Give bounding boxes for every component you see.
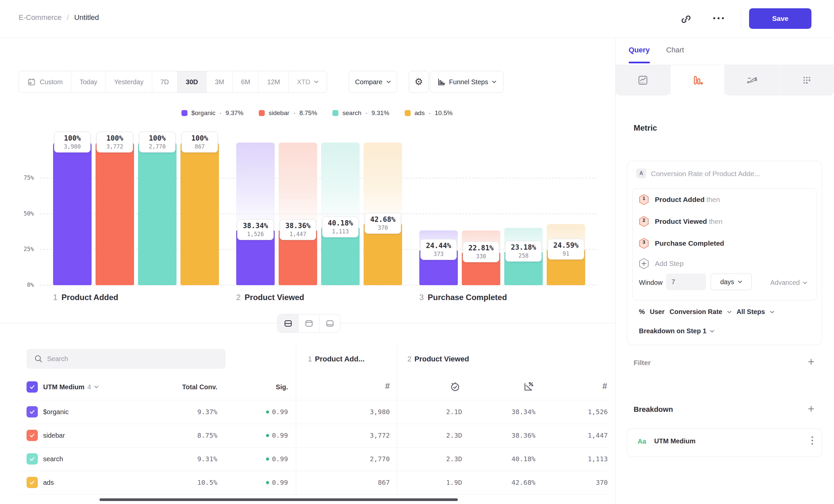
legend-item[interactable]: sidebar·8.75%	[259, 109, 317, 117]
y-axis-tick: 50%	[13, 210, 34, 217]
step-1-badge: 1	[639, 194, 649, 205]
funnel-bar[interactable]	[95, 143, 134, 285]
insights-icon	[638, 75, 648, 86]
table-row[interactable]: ads 10.5% 0.99 867 1.9D 42.68% 370	[0, 471, 615, 495]
row-checkbox[interactable]	[26, 477, 38, 488]
tab-query[interactable]: Query	[629, 46, 650, 54]
funnel-icon	[692, 75, 703, 86]
row-checkbox[interactable]	[26, 406, 38, 417]
window-value-input[interactable]	[666, 274, 706, 290]
table-row[interactable]: search 9.31% 0.99 2,770 2.3D 40.18% 1,11…	[0, 447, 615, 471]
add-step-hexagon-plus-icon[interactable]	[639, 258, 649, 269]
range-today[interactable]: Today	[71, 71, 106, 92]
more-options-icon[interactable]	[713, 17, 724, 19]
bar-value-label: 23.18%258	[505, 241, 542, 261]
range-yesterday[interactable]: Yesterday	[106, 71, 152, 92]
bar-value-label: 38.36%1,447	[280, 219, 316, 240]
add-step-button[interactable]: Add Step	[655, 260, 683, 268]
chart-view-button[interactable]	[299, 314, 320, 332]
row-checkbox[interactable]	[26, 453, 38, 464]
row-checkbox[interactable]	[26, 430, 38, 441]
chart-type-button[interactable]: Funnel Steps	[430, 71, 504, 93]
add-breakdown-plus-icon[interactable]	[807, 405, 815, 413]
search-box	[26, 349, 225, 369]
counting-method[interactable]: User	[650, 308, 664, 316]
range-xtd[interactable]: XTD	[289, 71, 327, 92]
add-filter-plus-icon[interactable]	[807, 358, 815, 366]
advanced-toggle[interactable]: Advanced	[770, 279, 807, 287]
panel-divider	[615, 38, 616, 504]
avg-time-icon[interactable]	[450, 381, 460, 392]
conversion-rate-icon[interactable]	[523, 381, 534, 392]
top-panel-view-icon	[305, 319, 313, 328]
filter-section-title: Filter	[634, 359, 651, 367]
funnel-bar[interactable]	[138, 143, 176, 285]
step-label-3[interactable]: 3Purchase Completed	[419, 293, 507, 302]
range-30d-selected[interactable]: 30D	[177, 71, 207, 92]
tab-retention[interactable]	[780, 65, 834, 95]
range-12m[interactable]: 12M	[259, 71, 289, 92]
text-type-icon: Aa	[638, 438, 646, 445]
metric-title[interactable]: Conversion Rate of Product Adde...	[651, 170, 760, 178]
date-range-segmented-control: Custom Today Yesterday 7D 30D 3M 6M 12M …	[19, 71, 327, 93]
sig-header[interactable]: Sig.	[238, 383, 288, 391]
table-view-button[interactable]	[320, 314, 340, 332]
funnel-step-row[interactable]: Product Viewed then	[655, 217, 723, 226]
kebab-menu-icon[interactable]	[811, 436, 813, 445]
sig-dot	[266, 434, 269, 437]
chart-legend: $organic·9.37% sidebar·8.75% search·9.31…	[19, 109, 615, 117]
header-border	[0, 38, 834, 38]
split-view-button[interactable]	[278, 314, 299, 332]
y-axis-tick: 75%	[13, 175, 34, 181]
tab-flows[interactable]	[725, 65, 779, 95]
table-step-col-2: 2Product Viewed	[408, 355, 469, 363]
tab-funnels-active[interactable]	[670, 65, 725, 95]
chevron-down-icon	[492, 81, 496, 83]
funnel-step-row[interactable]: Product Added then	[655, 196, 720, 204]
funnel-chart-icon	[437, 78, 445, 86]
window-unit-select[interactable]: days	[710, 274, 752, 290]
compare-button[interactable]: Compare	[349, 71, 397, 93]
search-input[interactable]	[26, 349, 225, 369]
chevron-down-icon	[738, 280, 742, 283]
breadcrumb-section[interactable]: E-Commerce	[19, 13, 62, 22]
tab-insights[interactable]	[616, 65, 670, 95]
funnel-bar[interactable]	[180, 143, 219, 285]
funnel-bar[interactable]	[53, 143, 92, 285]
hash-icon[interactable]: #	[380, 381, 390, 391]
report-title[interactable]: Untitled	[74, 13, 99, 22]
split-view-icon	[284, 319, 292, 328]
step-label-1[interactable]: 1Product Added	[53, 293, 118, 302]
chart-settings-button[interactable]: ⚙	[409, 71, 429, 93]
bar-value-label: 40.18%1,113	[322, 216, 359, 237]
calendar-icon	[27, 77, 36, 86]
save-button[interactable]: Save	[749, 8, 811, 29]
tab-chart[interactable]: Chart	[666, 46, 684, 54]
measure-scope-select[interactable]: All Steps	[737, 308, 765, 316]
group-column-header[interactable]: UTM Medium 4	[43, 381, 98, 393]
breakdown-property[interactable]: UTM Medium	[654, 437, 695, 445]
legend-item[interactable]: ads·10.5%	[405, 109, 453, 117]
link-icon[interactable]	[680, 13, 692, 25]
check-icon	[29, 479, 36, 486]
table-row[interactable]: $organic 9.37% 0.99 3,980 2.1D 38.34% 1,…	[0, 400, 615, 424]
range-3m[interactable]: 3M	[207, 71, 233, 92]
select-all-checkbox[interactable]	[26, 381, 38, 393]
range-custom[interactable]: Custom	[19, 71, 71, 92]
funnel-step-row[interactable]: Purchase Completed	[655, 239, 724, 247]
hash-icon[interactable]: #	[597, 381, 607, 391]
range-6m[interactable]: 6M	[233, 71, 259, 92]
chevron-down-icon	[94, 386, 98, 388]
range-7d[interactable]: 7D	[152, 71, 178, 92]
horizontal-scrollbar[interactable]	[100, 498, 458, 501]
measure-metric-select[interactable]: Conversion Rate	[670, 308, 722, 316]
step-2-badge: 2	[639, 216, 649, 227]
total-conv-header[interactable]: Total Conv.	[151, 383, 217, 391]
breakdown-on-step-select[interactable]: Breakdown on Step 1	[639, 327, 714, 335]
legend-item[interactable]: search·9.31%	[332, 109, 389, 117]
step-label-2[interactable]: 2Product Viewed	[236, 293, 304, 302]
legend-item[interactable]: $organic·9.37%	[181, 109, 243, 117]
percent-icon: %	[639, 308, 645, 316]
chevron-down-icon	[770, 311, 774, 313]
table-row[interactable]: sidebar 8.75% 0.99 3,772 2.3D 38.36% 1,4…	[0, 424, 615, 447]
